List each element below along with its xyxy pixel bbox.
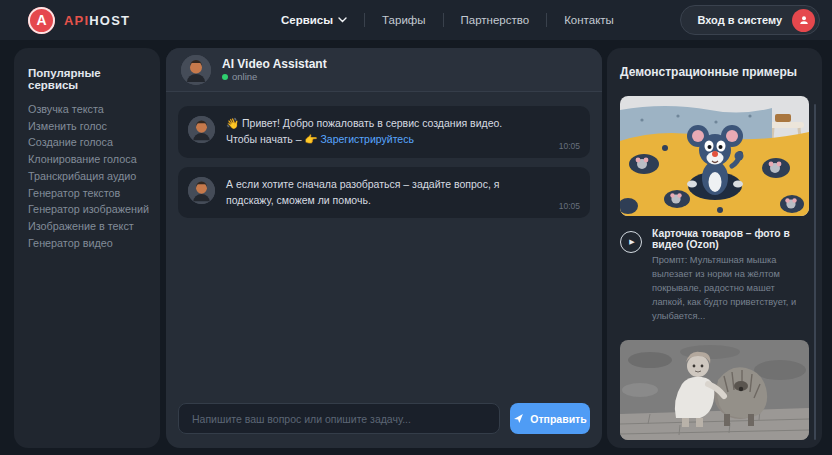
assistant-message: 👋 Привет! Добро пожаловать в сервис созд… bbox=[178, 106, 590, 158]
chevron-down-icon bbox=[338, 17, 347, 23]
status-label: online bbox=[232, 71, 257, 82]
assistant-identity: AI Video Assistant online bbox=[222, 57, 327, 82]
sidebar-item-image-generator[interactable]: Генератор изображений bbox=[28, 204, 146, 216]
logo-icon: A bbox=[28, 7, 55, 34]
register-link[interactable]: Зарегистрируйтесь bbox=[320, 133, 413, 145]
message-line: Чтобы начать – 👉 bbox=[226, 133, 320, 145]
message-avatar bbox=[188, 177, 215, 204]
logo[interactable]: A APIHOST bbox=[28, 7, 130, 34]
message-list: 👋 Привет! Добро пожаловать в сервис созд… bbox=[166, 92, 602, 218]
sidebar-item-text-generator[interactable]: Генератор текстов bbox=[28, 188, 146, 200]
brand-text: APIHOST bbox=[64, 13, 130, 28]
nav-links: Сервисы Тарифы Партнерство Контакты bbox=[281, 0, 614, 40]
sidebar-item-clone-voice[interactable]: Клонирование голоса bbox=[28, 154, 146, 166]
brand-primary: API bbox=[64, 13, 89, 28]
sidebar-item-transcription[interactable]: Транскрибация аудио bbox=[28, 171, 146, 183]
message-text: А если хотите сначала разобраться – зада… bbox=[226, 176, 538, 209]
message-line: 👋 Привет! Добро пожаловать в сервис созд… bbox=[226, 117, 502, 129]
assistant-avatar bbox=[181, 55, 211, 85]
nav-separator bbox=[443, 13, 444, 27]
nav-link-label: Сервисы bbox=[281, 14, 333, 26]
examples-title: Демонстрационные примеры bbox=[620, 65, 809, 79]
nav-link-services[interactable]: Сервисы bbox=[281, 14, 347, 26]
examples-panel: Демонстрационные примеры bbox=[607, 48, 822, 448]
nav-link-contacts[interactable]: Контакты bbox=[564, 14, 614, 26]
chat-input-row: Отправить bbox=[178, 403, 590, 434]
login-button-label: Вход в систему bbox=[697, 14, 782, 26]
assistant-status: online bbox=[222, 71, 327, 82]
demo-video-thumbnail-mouse[interactable] bbox=[620, 96, 809, 216]
top-navbar: A APIHOST Сервисы Тарифы Партнерство Кон… bbox=[0, 0, 832, 40]
demo-video-thumbnail-portrait[interactable] bbox=[620, 340, 809, 440]
message-time: 10:05 bbox=[559, 141, 580, 151]
nav-link-pricing[interactable]: Тарифы bbox=[382, 14, 425, 26]
sidebar-title: Популярные сервисы bbox=[28, 67, 146, 91]
scrollbar[interactable] bbox=[814, 104, 816, 440]
message-time: 10:05 bbox=[559, 201, 580, 211]
sidebar-item-create-voice[interactable]: Создание голоса bbox=[28, 137, 146, 149]
brand-secondary: HOST bbox=[89, 13, 130, 28]
user-icon bbox=[792, 9, 815, 32]
message-avatar bbox=[188, 116, 215, 143]
play-icon[interactable]: ▶ bbox=[620, 231, 642, 253]
sidebar-item-image-to-text[interactable]: Изображение в текст bbox=[28, 221, 146, 233]
login-button[interactable]: Вход в систему bbox=[680, 5, 820, 35]
message-text: 👋 Привет! Добро пожаловать в сервис созд… bbox=[226, 115, 538, 148]
nav-separator bbox=[364, 13, 365, 27]
send-button-label: Отправить bbox=[530, 413, 586, 425]
demo-card-title: Карточка товаров – фото в видео (Ozon) bbox=[652, 228, 809, 250]
sidebar-item-video-generator[interactable]: Генератор видео bbox=[28, 238, 146, 250]
send-button[interactable]: Отправить bbox=[510, 403, 590, 434]
services-sidebar: Популярные сервисы Озвучка текста Измени… bbox=[14, 48, 160, 448]
online-dot-icon bbox=[222, 74, 228, 80]
paper-plane-icon bbox=[513, 413, 524, 424]
demo-card-caption: ▶ Карточка товаров – фото в видео (Ozon)… bbox=[620, 228, 809, 324]
assistant-message: А если хотите сначала разобраться – зада… bbox=[178, 167, 590, 219]
chat-panel: AI Video Assistant online 👋 Привет! Добр… bbox=[166, 48, 602, 448]
demo-card-text: Карточка товаров – фото в видео (Ozon) П… bbox=[652, 228, 809, 324]
assistant-name: AI Video Assistant bbox=[222, 57, 327, 71]
chat-header: AI Video Assistant online bbox=[166, 48, 602, 92]
sidebar-item-change-voice[interactable]: Изменить голос bbox=[28, 121, 146, 133]
chat-input[interactable] bbox=[178, 403, 500, 434]
nav-link-partnership[interactable]: Партнерство bbox=[461, 14, 530, 26]
nav-separator bbox=[546, 13, 547, 27]
sidebar-item-voiceover[interactable]: Озвучка текста bbox=[28, 104, 146, 116]
demo-card-prompt: Промпт: Мультяшная мышка вылезает из нор… bbox=[652, 254, 809, 324]
